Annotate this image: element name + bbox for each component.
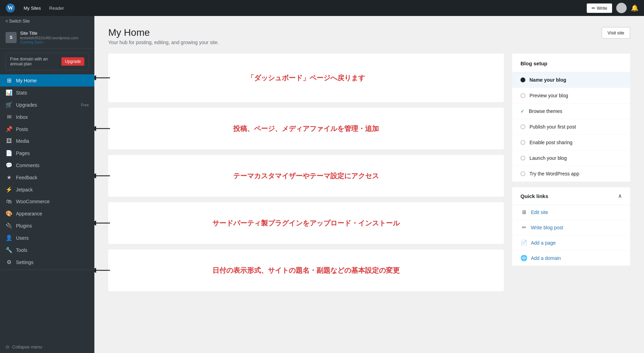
sidebar-item-label: Upgrades: [16, 102, 77, 108]
pages-icon: 📄: [6, 150, 12, 156]
sidebar-item-media[interactable]: 🖼Media: [0, 135, 94, 147]
setup-item-1[interactable]: Preview your blog: [512, 88, 630, 104]
nav-items: ⊞My Home📊Stats🛒UpgradesFree✉Inbox📌Posts🖼…: [0, 74, 94, 268]
arrow-1-icon: [94, 71, 112, 85]
upgrade-button[interactable]: Upgrade: [61, 57, 84, 66]
setup-item-label: Browse themes: [529, 108, 562, 114]
setup-item-2[interactable]: ✓Browse themes: [512, 104, 630, 119]
sidebar-item-inbox[interactable]: ✉Inbox: [0, 111, 94, 123]
quick-link-label: Write blog post: [531, 225, 563, 230]
setup-item-6[interactable]: Try the WordPress app: [512, 166, 630, 182]
sidebar-item-label: Settings: [16, 260, 89, 265]
sidebar-item-label: Media: [16, 138, 89, 144]
quick-links-header: Quick links ∧: [512, 187, 630, 205]
page-title: My Home: [108, 27, 219, 38]
quick-link-item-3[interactable]: 🌐Add a domain: [512, 251, 630, 266]
sidebar-item-settings[interactable]: ⚙Settings: [0, 256, 94, 268]
annotation-text-5: 日付の表示形式、サイトの題名・副題などの基本設定の変更: [212, 265, 400, 275]
avatar[interactable]: [616, 3, 627, 13]
right-column: Blog setup Name your blogPreview your bl…: [512, 54, 630, 297]
notification-icon[interactable]: 🔔: [631, 4, 638, 12]
sidebar-item-plugins[interactable]: 🔌Plugins: [0, 220, 94, 232]
quick-links-title: Quick links: [520, 193, 548, 199]
upgrade-text: Free domain with an annual plan: [10, 57, 61, 66]
sidebar-item-label: Pages: [16, 150, 89, 156]
content-area: My Home Your hub for posting, editing, a…: [94, 16, 644, 353]
quick-links-collapse-icon[interactable]: ∧: [618, 193, 622, 199]
annotation-text-3: テーマカスタマイザーやテーマ設定にアクセス: [233, 171, 379, 181]
topbar-left: W My Sites Reader: [6, 3, 64, 13]
setup-item-label: Preview your blog: [529, 93, 568, 98]
setup-item-label: Name your blog: [529, 77, 566, 83]
sidebar-item-label: Inbox: [16, 114, 89, 120]
annotation-text-2: 投稿、ページ、メディアファイルを管理・追加: [233, 124, 379, 133]
sidebar-item-my-home[interactable]: ⊞My Home: [0, 74, 94, 87]
sidebar-item-pages[interactable]: 📄Pages: [0, 147, 94, 159]
quick-link-item-0[interactable]: 🖥Edit site: [512, 205, 630, 220]
sidebar-item-label: Tools: [16, 247, 89, 253]
sidebar-item-comments[interactable]: 💬Comments: [0, 159, 94, 171]
quick-link-icon-3: 🌐: [520, 255, 527, 261]
arrow-3-icon: [94, 169, 112, 183]
arrow-5-icon: [94, 263, 112, 277]
setup-item-5[interactable]: Launch your blog: [512, 150, 630, 166]
site-info: S Site Title testsite645101460.wordpress…: [0, 26, 94, 49]
sidebar-item-upgrades[interactable]: 🛒UpgradesFree: [0, 99, 94, 111]
sidebar-item-appearance[interactable]: 🎨Appearance: [0, 207, 94, 220]
coming-soon-badge: Coming Soon: [20, 40, 89, 44]
posts-icon: 📌: [6, 126, 12, 132]
site-url: testsite645101460.wordpress.com: [20, 36, 89, 40]
sidebar-item-feedback[interactable]: ★Feedback: [0, 171, 94, 183]
wp-logo-icon[interactable]: W: [6, 3, 15, 13]
inbox-icon: ✉: [6, 114, 12, 120]
site-details: Site Title testsite645101460.wordpress.c…: [20, 31, 89, 44]
setup-item-4[interactable]: Enable post sharing: [512, 135, 630, 150]
quick-link-label: Edit site: [531, 210, 548, 215]
sidebar-item-stats[interactable]: 📊Stats: [0, 87, 94, 99]
quick-links-panel: Quick links ∧ 🖥Edit site✏Write blog post…: [512, 187, 630, 266]
setup-item-label: Enable post sharing: [529, 140, 573, 145]
annotation-block-4: サードパーティ製プラグインをアップロード・インストール: [108, 202, 504, 244]
sidebar-item-jetpack[interactable]: ⚡Jetpack: [0, 183, 94, 196]
setup-check-icon: ✓: [520, 108, 525, 114]
collapse-label: Collapse menu: [12, 344, 42, 350]
sidebar-item-users[interactable]: 👤Users: [0, 232, 94, 244]
sidebar-item-tools[interactable]: 🔧Tools: [0, 244, 94, 256]
jetpack-icon: ⚡: [6, 186, 12, 193]
quick-link-items-list: 🖥Edit site✏Write blog post📄Add a page🌐Ad…: [512, 205, 630, 266]
svg-text:W: W: [8, 5, 13, 11]
nav-divider: [0, 270, 94, 270]
tools-icon: 🔧: [6, 247, 12, 253]
switch-site-link[interactable]: < Switch Site: [0, 16, 94, 26]
write-button[interactable]: ✏ Write: [587, 3, 612, 13]
page-subtitle: Your hub for posting, editing, and growi…: [108, 40, 219, 45]
setup-item-label: Try the WordPress app: [529, 171, 579, 176]
upgrades-icon: 🛒: [6, 101, 12, 108]
setup-dot-active: [520, 77, 525, 82]
site-title: Site Title: [20, 31, 89, 36]
setup-item-3[interactable]: Publish your first post: [512, 119, 630, 135]
annotation-block-1: 「ダッシュボード」ページへ戻ります: [108, 54, 504, 102]
setup-item-label: Launch your blog: [529, 155, 567, 161]
main-layout: < Switch Site S Site Title testsite64510…: [0, 16, 644, 353]
reader-link[interactable]: Reader: [49, 6, 64, 11]
quick-link-item-1[interactable]: ✏Write blog post: [512, 220, 630, 235]
sidebar-item-posts[interactable]: 📌Posts: [0, 123, 94, 135]
sidebar-item-woocommerce[interactable]: 🛍WooCommerce: [0, 196, 94, 207]
topbar: W My Sites Reader ✏ Write 🔔: [0, 0, 644, 16]
plugins-icon: 🔌: [6, 222, 12, 229]
setup-dot-empty: [520, 124, 525, 129]
quick-link-label: Add a page: [531, 240, 556, 246]
quick-link-item-2[interactable]: 📄Add a page: [512, 235, 630, 251]
setup-dot-empty: [520, 171, 525, 176]
quick-link-label: Add a domain: [531, 255, 561, 261]
sidebar-item-label: Stats: [16, 90, 89, 96]
setup-item-0[interactable]: Name your blog: [512, 72, 630, 88]
sidebar-item-label: Comments: [16, 163, 89, 168]
topbar-right: ✏ Write 🔔: [587, 3, 638, 13]
visit-site-button[interactable]: Visit site: [602, 27, 630, 39]
setup-dot-empty: [520, 140, 525, 145]
my-sites-link[interactable]: My Sites: [24, 6, 41, 11]
collapse-menu[interactable]: ⊙ Collapse menu: [0, 341, 94, 353]
woocommerce-icon: 🛍: [6, 198, 12, 205]
